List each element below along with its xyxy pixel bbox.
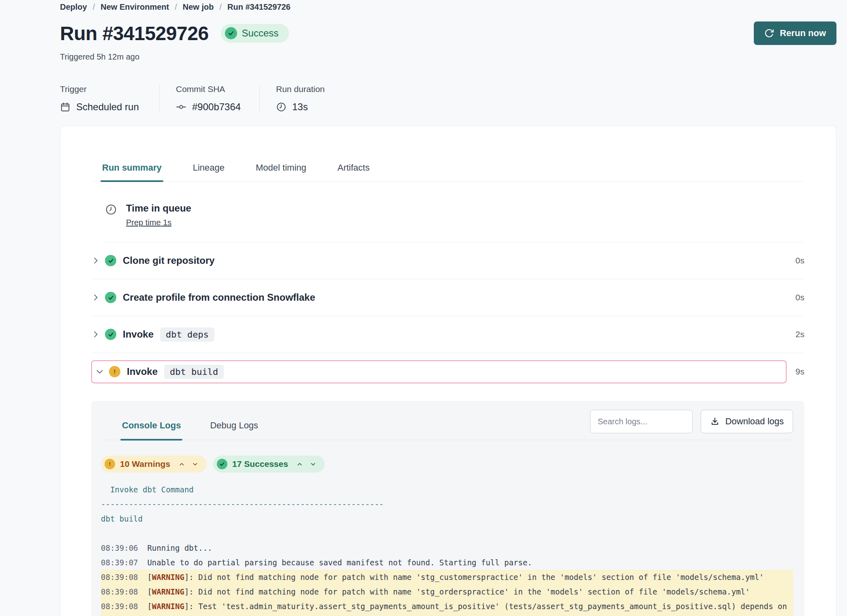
rerun-now-button[interactable]: Rerun now bbox=[754, 21, 836, 45]
log-line: 08:39:06 Running dbt... bbox=[101, 541, 793, 555]
chevron-down-icon[interactable] bbox=[95, 367, 104, 376]
run-meta: Trigger Scheduled run Commit SHA #900b73… bbox=[60, 84, 836, 113]
commit-icon bbox=[176, 102, 186, 112]
command-chip: dbt deps bbox=[160, 327, 214, 342]
log-panel: Console Logs Debug Logs Download logs bbox=[91, 401, 804, 616]
warning-icon bbox=[109, 366, 120, 377]
download-logs-button[interactable]: Download logs bbox=[701, 410, 793, 433]
log-tab-bar: Console Logs Debug Logs bbox=[122, 420, 258, 440]
chevron-up-icon[interactable] bbox=[296, 461, 303, 468]
chevron-right-icon[interactable] bbox=[91, 330, 100, 339]
meta-commit-sha: Commit SHA #900b7364 bbox=[159, 84, 259, 113]
breadcrumb-item-environment[interactable]: New Environment bbox=[101, 2, 169, 12]
triggered-timestamp: Triggered 5h 12m ago bbox=[60, 52, 836, 62]
chevron-right-icon[interactable] bbox=[91, 293, 100, 302]
tab-debug-logs[interactable]: Debug Logs bbox=[210, 420, 258, 440]
tab-bar: Run summary Lineage Model timing Artifac… bbox=[91, 163, 804, 182]
step-invoke-dbt-deps[interactable]: Invoke dbt deps 2s bbox=[91, 316, 804, 353]
tab-console-logs[interactable]: Console Logs bbox=[122, 420, 181, 440]
breadcrumb-item-deploy[interactable]: Deploy bbox=[60, 2, 87, 12]
log-badges: 10 Warnings 17 Successes bbox=[101, 456, 793, 473]
log-line: Invoke dbt Command bbox=[101, 482, 793, 497]
clock-icon bbox=[276, 102, 287, 112]
log-line: 08:39:08 [WARNING]: Did not find matchin… bbox=[101, 584, 793, 599]
success-check-icon bbox=[217, 459, 227, 469]
breadcrumb-item-job[interactable]: New job bbox=[183, 2, 214, 12]
log-line: ----------------------------------------… bbox=[101, 497, 793, 511]
warning-icon bbox=[105, 459, 115, 469]
log-line: 08:39:08 [WARNING]: Test 'test.admin_mat… bbox=[101, 599, 793, 616]
step-invoke-dbt-build[interactable]: Invoke dbt build 9s bbox=[91, 353, 804, 390]
time-in-queue-section: Time in queue Prep time 1s bbox=[105, 182, 804, 242]
refresh-icon bbox=[764, 28, 774, 38]
step-duration: 0s bbox=[796, 293, 804, 302]
log-line bbox=[101, 526, 793, 541]
success-check-icon bbox=[105, 255, 116, 266]
breadcrumb-separator: / bbox=[175, 2, 177, 12]
clock-icon bbox=[105, 203, 117, 227]
successes-filter-pill[interactable]: 17 Successes bbox=[213, 456, 325, 473]
log-line: 08:39:07 Unable to do partial parsing be… bbox=[101, 555, 793, 570]
download-icon bbox=[710, 417, 720, 426]
run-summary-card: Run summary Lineage Model timing Artifac… bbox=[60, 126, 836, 616]
page: Deploy / New Environment / New job / Run… bbox=[0, 0, 847, 616]
tab-model-timing[interactable]: Model timing bbox=[256, 163, 306, 181]
log-line: dbt build bbox=[101, 511, 793, 526]
step-create-profile[interactable]: Create profile from connection Snowflake… bbox=[91, 279, 804, 316]
step-duration: 2s bbox=[796, 329, 804, 339]
breadcrumb-item-run: Run #341529726 bbox=[227, 2, 291, 12]
header: Run #341529726 Success Rerun now bbox=[60, 21, 836, 45]
step-clone-git-repository[interactable]: Clone git repository 0s bbox=[91, 242, 804, 279]
chevron-right-icon[interactable] bbox=[91, 256, 100, 265]
step-title: Create profile from connection Snowflake bbox=[123, 292, 315, 303]
step-title: Invoke bbox=[127, 366, 158, 377]
selected-step-box[interactable]: Invoke dbt build bbox=[91, 360, 787, 383]
page-title: Run #341529726 bbox=[60, 22, 209, 45]
search-logs-input[interactable] bbox=[590, 410, 693, 433]
success-check-icon bbox=[105, 292, 116, 303]
warnings-filter-pill[interactable]: 10 Warnings bbox=[101, 456, 207, 473]
breadcrumb-separator: / bbox=[219, 2, 222, 12]
tab-run-summary[interactable]: Run summary bbox=[102, 163, 162, 181]
step-title: Invoke bbox=[123, 329, 154, 340]
status-badge: Success bbox=[221, 24, 289, 43]
log-line: 08:39:08 [WARNING]: Did not find matchin… bbox=[101, 570, 793, 584]
step-duration: 9s bbox=[796, 367, 804, 376]
chevron-down-icon[interactable] bbox=[192, 461, 199, 468]
calendar-icon bbox=[60, 102, 71, 112]
prep-time-link[interactable]: Prep time 1s bbox=[126, 218, 171, 227]
status-label: Success bbox=[242, 28, 279, 39]
breadcrumb: Deploy / New Environment / New job / Run… bbox=[60, 2, 836, 12]
breadcrumb-separator: / bbox=[93, 2, 95, 12]
tab-lineage[interactable]: Lineage bbox=[193, 163, 225, 181]
chevron-down-icon[interactable] bbox=[310, 461, 317, 468]
command-chip: dbt build bbox=[164, 365, 224, 379]
step-title: Clone git repository bbox=[123, 255, 215, 266]
check-circle-icon bbox=[225, 27, 237, 39]
meta-trigger: Trigger Scheduled run bbox=[60, 84, 159, 113]
success-check-icon bbox=[105, 329, 116, 340]
step-duration: 0s bbox=[796, 256, 804, 265]
chevron-up-icon[interactable] bbox=[178, 461, 185, 468]
tab-artifacts[interactable]: Artifacts bbox=[338, 163, 370, 181]
queue-title: Time in queue bbox=[126, 203, 191, 214]
meta-run-duration: Run duration 13s bbox=[259, 84, 325, 113]
console-log-output: Invoke dbt Command----------------------… bbox=[101, 482, 793, 616]
log-header: Console Logs Debug Logs Download logs bbox=[101, 410, 793, 440]
